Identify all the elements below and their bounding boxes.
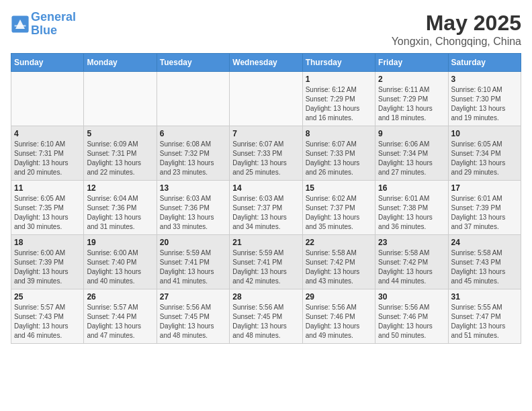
calendar-cell: 6Sunrise: 6:08 AM Sunset: 7:32 PM Daylig… bbox=[157, 126, 229, 181]
day-number: 19 bbox=[87, 238, 153, 247]
calendar-cell: 18Sunrise: 6:00 AM Sunset: 7:39 PM Dayli… bbox=[11, 235, 84, 289]
day-number: 23 bbox=[378, 238, 445, 247]
calendar-cell: 5Sunrise: 6:09 AM Sunset: 7:31 PM Daylig… bbox=[84, 126, 157, 181]
day-info: Sunrise: 6:05 AM Sunset: 7:34 PM Dayligh… bbox=[451, 140, 518, 177]
day-info: Sunrise: 6:01 AM Sunset: 7:39 PM Dayligh… bbox=[451, 194, 518, 232]
calendar-cell: 15Sunrise: 6:02 AM Sunset: 7:37 PM Dayli… bbox=[302, 181, 375, 235]
day-info: Sunrise: 5:56 AM Sunset: 7:45 PM Dayligh… bbox=[160, 303, 226, 340]
calendar-cell: 10Sunrise: 6:05 AM Sunset: 7:34 PM Dayli… bbox=[448, 126, 521, 181]
calendar-table: SundayMondayTuesdayWednesdayThursdayFrid… bbox=[11, 53, 521, 344]
logo-line2: Blue bbox=[31, 24, 57, 37]
calendar-cell bbox=[157, 72, 229, 126]
day-number: 1 bbox=[306, 75, 372, 84]
day-info: Sunrise: 6:05 AM Sunset: 7:35 PM Dayligh… bbox=[14, 194, 81, 232]
day-number: 27 bbox=[160, 292, 226, 302]
day-number: 2 bbox=[378, 75, 445, 84]
calendar-cell: 23Sunrise: 5:58 AM Sunset: 7:42 PM Dayli… bbox=[375, 235, 448, 289]
day-number: 15 bbox=[306, 183, 372, 193]
calendar-cell: 28Sunrise: 5:56 AM Sunset: 7:45 PM Dayli… bbox=[230, 289, 302, 344]
day-number: 30 bbox=[378, 292, 445, 302]
calendar-week-row: 25Sunrise: 5:57 AM Sunset: 7:43 PM Dayli… bbox=[11, 289, 521, 344]
subtitle: Yongxin, Chongqing, China bbox=[392, 36, 521, 48]
col-header-thursday: Thursday bbox=[302, 54, 375, 72]
day-number: 3 bbox=[451, 75, 518, 84]
day-info: Sunrise: 5:57 AM Sunset: 7:43 PM Dayligh… bbox=[14, 303, 81, 340]
calendar-cell: 29Sunrise: 5:56 AM Sunset: 7:46 PM Dayli… bbox=[302, 289, 375, 344]
day-number: 26 bbox=[87, 292, 153, 302]
calendar-cell: 30Sunrise: 5:56 AM Sunset: 7:46 PM Dayli… bbox=[375, 289, 448, 344]
day-info: Sunrise: 6:03 AM Sunset: 7:36 PM Dayligh… bbox=[160, 194, 226, 232]
calendar-cell: 21Sunrise: 5:59 AM Sunset: 7:41 PM Dayli… bbox=[230, 235, 302, 289]
title-block: May 2025 Yongxin, Chongqing, China bbox=[392, 11, 521, 48]
day-number: 14 bbox=[232, 183, 299, 193]
calendar-cell: 7Sunrise: 6:07 AM Sunset: 7:33 PM Daylig… bbox=[230, 126, 302, 181]
day-info: Sunrise: 5:58 AM Sunset: 7:42 PM Dayligh… bbox=[378, 248, 445, 286]
day-info: Sunrise: 6:00 AM Sunset: 7:39 PM Dayligh… bbox=[14, 248, 81, 286]
day-number: 24 bbox=[451, 238, 518, 247]
calendar-cell: 22Sunrise: 5:58 AM Sunset: 7:42 PM Dayli… bbox=[302, 235, 375, 289]
day-info: Sunrise: 6:07 AM Sunset: 7:33 PM Dayligh… bbox=[232, 140, 299, 177]
calendar-cell: 2Sunrise: 6:11 AM Sunset: 7:29 PM Daylig… bbox=[375, 72, 448, 126]
day-number: 11 bbox=[14, 183, 81, 193]
calendar-week-row: 11Sunrise: 6:05 AM Sunset: 7:35 PM Dayli… bbox=[11, 181, 521, 235]
calendar-cell: 19Sunrise: 6:00 AM Sunset: 7:40 PM Dayli… bbox=[84, 235, 157, 289]
calendar-cell: 9Sunrise: 6:06 AM Sunset: 7:34 PM Daylig… bbox=[375, 126, 448, 181]
calendar-cell: 31Sunrise: 5:55 AM Sunset: 7:47 PM Dayli… bbox=[448, 289, 521, 344]
day-info: Sunrise: 6:10 AM Sunset: 7:31 PM Dayligh… bbox=[14, 140, 81, 177]
calendar-cell: 12Sunrise: 6:04 AM Sunset: 7:36 PM Dayli… bbox=[84, 181, 157, 235]
calendar-week-row: 18Sunrise: 6:00 AM Sunset: 7:39 PM Dayli… bbox=[11, 235, 521, 289]
col-header-saturday: Saturday bbox=[448, 54, 521, 72]
day-number: 22 bbox=[306, 238, 372, 247]
calendar-cell: 8Sunrise: 6:07 AM Sunset: 7:33 PM Daylig… bbox=[302, 126, 375, 181]
day-number: 29 bbox=[306, 292, 372, 302]
calendar-cell: 11Sunrise: 6:05 AM Sunset: 7:35 PM Dayli… bbox=[11, 181, 84, 235]
day-info: Sunrise: 5:59 AM Sunset: 7:41 PM Dayligh… bbox=[160, 248, 226, 286]
day-number: 18 bbox=[14, 238, 81, 247]
day-info: Sunrise: 5:56 AM Sunset: 7:46 PM Dayligh… bbox=[378, 303, 445, 340]
day-info: Sunrise: 6:12 AM Sunset: 7:29 PM Dayligh… bbox=[306, 85, 372, 123]
day-number: 8 bbox=[306, 129, 372, 138]
day-number: 10 bbox=[451, 129, 518, 138]
main-title: May 2025 bbox=[392, 11, 521, 36]
day-info: Sunrise: 6:06 AM Sunset: 7:34 PM Dayligh… bbox=[378, 140, 445, 177]
calendar-cell: 17Sunrise: 6:01 AM Sunset: 7:39 PM Dayli… bbox=[448, 181, 521, 235]
day-number: 12 bbox=[87, 183, 153, 193]
calendar-cell: 14Sunrise: 6:03 AM Sunset: 7:37 PM Dayli… bbox=[230, 181, 302, 235]
calendar-cell: 26Sunrise: 5:57 AM Sunset: 7:44 PM Dayli… bbox=[84, 289, 157, 344]
calendar-cell bbox=[84, 72, 157, 126]
day-info: Sunrise: 6:07 AM Sunset: 7:33 PM Dayligh… bbox=[306, 140, 372, 177]
calendar-header-row: SundayMondayTuesdayWednesdayThursdayFrid… bbox=[11, 54, 521, 72]
day-number: 16 bbox=[378, 183, 445, 193]
page-header: General Blue May 2025 Yongxin, Chongqing… bbox=[11, 11, 521, 48]
day-info: Sunrise: 6:00 AM Sunset: 7:40 PM Dayligh… bbox=[87, 248, 153, 286]
col-header-monday: Monday bbox=[84, 54, 157, 72]
calendar-cell: 20Sunrise: 5:59 AM Sunset: 7:41 PM Dayli… bbox=[157, 235, 229, 289]
day-number: 13 bbox=[160, 183, 226, 193]
day-number: 5 bbox=[87, 129, 153, 138]
calendar-cell: 1Sunrise: 6:12 AM Sunset: 7:29 PM Daylig… bbox=[302, 72, 375, 126]
day-info: Sunrise: 5:55 AM Sunset: 7:47 PM Dayligh… bbox=[451, 303, 518, 340]
day-info: Sunrise: 6:11 AM Sunset: 7:29 PM Dayligh… bbox=[378, 85, 445, 123]
calendar-cell: 25Sunrise: 5:57 AM Sunset: 7:43 PM Dayli… bbox=[11, 289, 84, 344]
day-info: Sunrise: 6:03 AM Sunset: 7:37 PM Dayligh… bbox=[232, 194, 299, 232]
day-info: Sunrise: 6:01 AM Sunset: 7:38 PM Dayligh… bbox=[378, 194, 445, 232]
day-number: 28 bbox=[232, 292, 299, 302]
calendar-cell: 16Sunrise: 6:01 AM Sunset: 7:38 PM Dayli… bbox=[375, 181, 448, 235]
day-info: Sunrise: 6:08 AM Sunset: 7:32 PM Dayligh… bbox=[160, 140, 226, 177]
calendar-cell: 4Sunrise: 6:10 AM Sunset: 7:31 PM Daylig… bbox=[11, 126, 84, 181]
day-info: Sunrise: 6:10 AM Sunset: 7:30 PM Dayligh… bbox=[451, 85, 518, 123]
svg-rect-2 bbox=[15, 25, 26, 26]
col-header-tuesday: Tuesday bbox=[157, 54, 229, 72]
col-header-sunday: Sunday bbox=[11, 54, 84, 72]
calendar-week-row: 4Sunrise: 6:10 AM Sunset: 7:31 PM Daylig… bbox=[11, 126, 521, 181]
day-info: Sunrise: 5:56 AM Sunset: 7:45 PM Dayligh… bbox=[232, 303, 299, 340]
day-number: 6 bbox=[160, 129, 226, 138]
day-info: Sunrise: 6:02 AM Sunset: 7:37 PM Dayligh… bbox=[306, 194, 372, 232]
calendar-cell: 13Sunrise: 6:03 AM Sunset: 7:36 PM Dayli… bbox=[157, 181, 229, 235]
day-info: Sunrise: 6:04 AM Sunset: 7:36 PM Dayligh… bbox=[87, 194, 153, 232]
col-header-wednesday: Wednesday bbox=[230, 54, 302, 72]
calendar-week-row: 1Sunrise: 6:12 AM Sunset: 7:29 PM Daylig… bbox=[11, 72, 521, 126]
day-number: 31 bbox=[451, 292, 518, 302]
day-info: Sunrise: 5:59 AM Sunset: 7:41 PM Dayligh… bbox=[232, 248, 299, 286]
day-number: 21 bbox=[232, 238, 299, 247]
